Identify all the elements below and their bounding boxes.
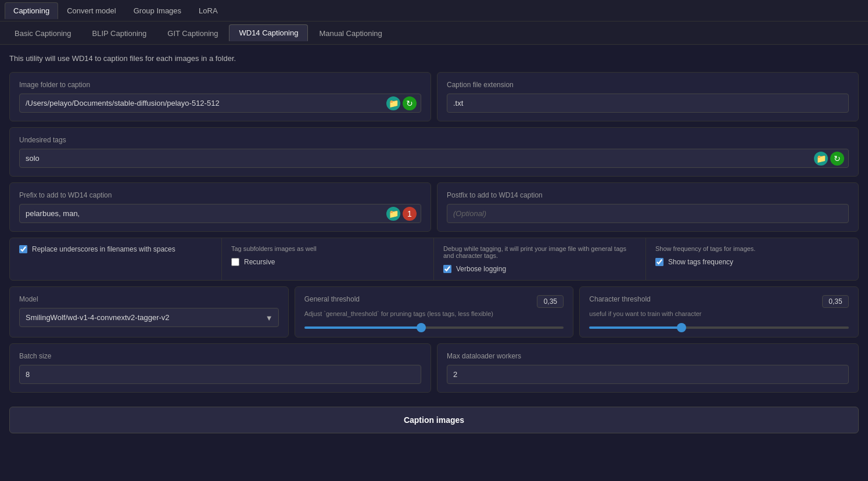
character-threshold-desc: useful if you want to train with charact… (589, 310, 849, 317)
sub-tabs: Basic Captioning BLIP Captioning GIT Cap… (0, 21, 868, 45)
image-folder-label: Image folder to caption (19, 81, 421, 89)
nav-group-images[interactable]: Group Images (125, 2, 190, 19)
image-folder-icons: 📁 ↻ (386, 96, 417, 110)
prefix-warning-icon[interactable]: 1 (403, 207, 417, 221)
character-threshold-card: Character threshold 0,35 useful if you w… (579, 286, 859, 338)
undesired-tags-card: Undesired tags 📁 ↻ (9, 127, 859, 177)
prefix-input[interactable] (19, 204, 421, 223)
caption-images-button[interactable]: Caption images (9, 407, 859, 433)
verbose-checkbox[interactable] (443, 265, 451, 273)
refresh-icon[interactable]: ↻ (403, 96, 417, 110)
prefix-card: Prefix to add to WD14 caption 📁 1 (9, 182, 431, 232)
model-label: Model (19, 295, 279, 303)
max-workers-input[interactable] (447, 365, 849, 384)
batch-size-input[interactable] (19, 365, 421, 384)
recursive-checkbox[interactable] (231, 258, 239, 266)
frequency-title: Show frequency of tags for images. (655, 245, 849, 252)
batch-size-label: Batch size (19, 352, 421, 360)
undesired-tags-wrapper: 📁 ↻ (19, 149, 849, 168)
tab-wd14-captioning[interactable]: WD14 Captioning (229, 24, 308, 41)
caption-ext-label: Caption file extension (447, 81, 849, 89)
tab-manual-captioning[interactable]: Manual Captioning (309, 25, 392, 41)
nav-convert-model[interactable]: Convert model (58, 2, 125, 19)
folder-open-icon[interactable]: 📁 (386, 96, 400, 110)
general-threshold-label: General threshold (304, 295, 360, 303)
caption-ext-input[interactable] (447, 94, 849, 113)
verbose-cell: Debug while tagging, it will print your … (434, 238, 646, 280)
replace-underscores-label: Replace underscores in filenames with sp… (32, 245, 175, 253)
recursive-cell: Tag subfolders images as well Recursive (222, 238, 434, 280)
character-threshold-slider[interactable] (589, 326, 849, 329)
main-content: This utility will use WD14 to caption fi… (0, 45, 868, 440)
image-folder-input-wrapper: 📁 ↻ (19, 94, 421, 113)
general-threshold-desc: Adjust `general_threshold` for pruning t… (304, 310, 564, 317)
general-threshold-value: 0,35 (537, 295, 564, 308)
prefix-folder-icon[interactable]: 📁 (386, 207, 400, 221)
caption-ext-card: Caption file extension (437, 72, 859, 121)
undesired-folder-icon[interactable]: 📁 (814, 152, 828, 166)
max-workers-label: Max dataloader workers (447, 352, 849, 360)
max-workers-card: Max dataloader workers (437, 343, 859, 393)
replace-underscores-cell: Replace underscores in filenames with sp… (10, 238, 222, 280)
page-description: This utility will use WD14 to caption fi… (9, 52, 859, 65)
image-folder-input[interactable] (19, 94, 421, 113)
undesired-tags-icons: 📁 ↻ (814, 152, 844, 166)
undesired-tags-input[interactable] (19, 149, 849, 168)
general-threshold-slider[interactable] (304, 326, 564, 329)
undesired-tags-label: Undesired tags (19, 136, 849, 144)
top-nav: Captioning Convert model Group Images Lo… (0, 0, 868, 21)
prefix-label: Prefix to add to WD14 caption (19, 191, 421, 199)
prefix-icons: 📁 1 (386, 207, 417, 221)
model-card: Model SmilingWolf/wd-v1-4-convnextv2-tag… (9, 286, 289, 338)
prefix-wrapper: 📁 1 (19, 204, 421, 223)
recursive-title: Tag subfolders images as well (231, 245, 424, 252)
frequency-checkbox[interactable] (655, 258, 663, 266)
verbose-title: Debug while tagging, it will print your … (443, 245, 636, 259)
postfix-input[interactable] (447, 204, 849, 223)
replace-underscores-checkbox[interactable] (19, 245, 27, 253)
general-threshold-card: General threshold 0,35 Adjust `general_t… (295, 286, 574, 338)
recursive-label: Recursive (244, 258, 275, 266)
frequency-cell: Show frequency of tags for images. Show … (646, 238, 858, 280)
character-threshold-label: Character threshold (589, 295, 650, 303)
undesired-refresh-icon[interactable]: ↻ (830, 152, 844, 166)
postfix-label: Postfix to add to WD14 caption (447, 191, 849, 199)
frequency-label: Show tags frequency (668, 258, 733, 266)
model-select-wrapper: SmilingWolf/wd-v1-4-convnextv2-tagger-v2… (19, 308, 279, 327)
batch-size-card: Batch size (9, 343, 431, 393)
model-select[interactable]: SmilingWolf/wd-v1-4-convnextv2-tagger-v2… (19, 308, 279, 327)
postfix-card: Postfix to add to WD14 caption (437, 182, 859, 232)
tab-basic-captioning[interactable]: Basic Captioning (5, 25, 81, 41)
tab-blip-captioning[interactable]: BLIP Captioning (83, 25, 157, 41)
image-folder-card: Image folder to caption 📁 ↻ (9, 72, 431, 121)
nav-captioning[interactable]: Captioning (5, 2, 58, 19)
verbose-label: Verbose logging (456, 265, 506, 273)
options-row: Replace underscores in filenames with sp… (9, 238, 859, 281)
tab-git-captioning[interactable]: GIT Captioning (157, 25, 228, 41)
character-threshold-value: 0,35 (822, 295, 849, 308)
nav-lora[interactable]: LoRA (190, 2, 227, 19)
